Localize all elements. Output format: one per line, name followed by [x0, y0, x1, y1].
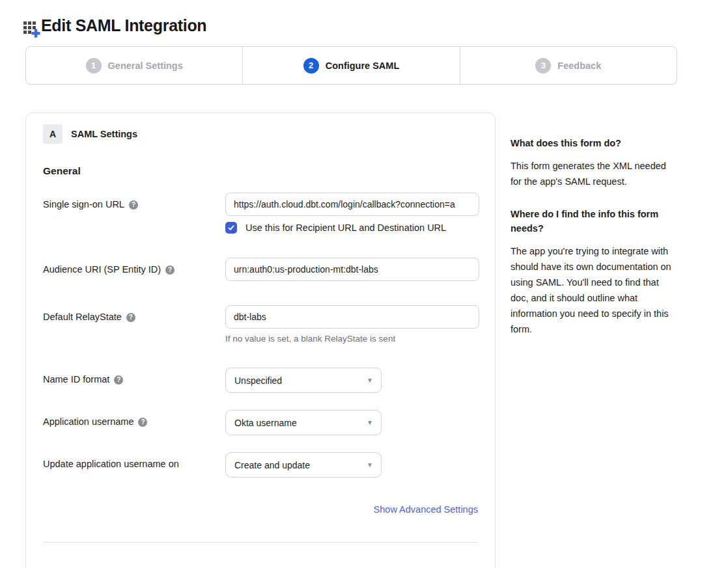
checkmark-icon	[227, 224, 235, 232]
sso-url-label-col: Single sign-on URL?	[43, 193, 225, 210]
app-username-label-col: Application username?	[43, 410, 225, 427]
step-number-badge: 1	[86, 58, 102, 74]
step-label: Feedback	[557, 61, 601, 71]
name-id-format-select[interactable]: Unspecified ▼	[225, 368, 382, 393]
wizard-stepper: 1 General Settings 2 Configure SAML 3 Fe…	[25, 46, 677, 85]
section-divider	[43, 542, 478, 543]
general-heading: General	[43, 165, 478, 177]
help-body-where: The app you're trying to integrate with …	[511, 243, 679, 337]
step-number-badge: 2	[303, 58, 319, 74]
audience-uri-help-icon[interactable]: ?	[165, 265, 175, 275]
name-id-format-value: Unspecified	[234, 375, 282, 386]
edit-saml-integration-page: Edit SAML Integration 1 General Settings…	[0, 0, 728, 568]
relay-state-input[interactable]	[225, 305, 479, 329]
recipient-url-checkbox-label: Use this for Recipient URL and Destinati…	[245, 223, 446, 233]
app-grid-plus-icon	[23, 18, 40, 38]
sso-url-help-icon[interactable]: ?	[129, 200, 138, 210]
audience-uri-label-col: Audience URI (SP Entity ID)?	[43, 258, 225, 275]
chevron-down-icon: ▼	[367, 419, 373, 426]
name-id-format-label-col: Name ID format?	[43, 368, 225, 385]
show-advanced-settings-link[interactable]: Show Advanced Settings	[374, 504, 478, 515]
saml-settings-card: A SAML Settings General Single sign-on U…	[25, 113, 496, 568]
saml-settings-section-header: A SAML Settings	[43, 124, 478, 144]
page-header: Edit SAML Integration	[23, 14, 728, 38]
sso-url-row: Single sign-on URL? Use this for Recipie…	[43, 193, 478, 234]
sso-checkbox-row: Use this for Recipient URL and Destinati…	[225, 222, 479, 234]
step-feedback[interactable]: 3 Feedback	[460, 47, 677, 84]
relay-state-row: Default RelayState? If no value is set, …	[43, 305, 478, 344]
app-username-label: Application username	[43, 416, 133, 427]
audience-uri-row: Audience URI (SP Entity ID)?	[43, 258, 478, 281]
section-title: SAML Settings	[71, 129, 137, 139]
app-username-row: Application username? Okta username ▼	[43, 410, 478, 435]
chevron-down-icon: ▼	[367, 377, 373, 384]
audience-uri-input[interactable]	[225, 258, 479, 281]
name-id-format-label: Name ID format	[43, 374, 109, 385]
update-app-username-row: Update application username on Create an…	[43, 452, 478, 478]
help-heading-where: Where do I find the info this form needs…	[511, 207, 679, 236]
recipient-url-checkbox[interactable]	[225, 222, 237, 234]
update-app-username-select[interactable]: Create and update ▼	[225, 452, 382, 478]
relay-state-helper-text: If no value is set, a blank RelayState i…	[225, 334, 479, 344]
step-number-badge: 3	[535, 58, 551, 74]
app-username-help-icon[interactable]: ?	[138, 418, 147, 427]
step-general-settings[interactable]: 1 General Settings	[26, 47, 242, 84]
relay-state-label-col: Default RelayState?	[43, 305, 225, 323]
update-app-username-label-col: Update application username on	[43, 452, 225, 470]
page-title: Edit SAML Integration	[41, 14, 206, 36]
help-body-what: This form generates the XML needed for t…	[511, 158, 679, 189]
step-label: Configure SAML	[326, 61, 400, 71]
app-username-value: Okta username	[234, 418, 297, 428]
step-configure-saml[interactable]: 2 Configure SAML	[242, 47, 459, 84]
step-label: General Settings	[108, 61, 183, 71]
audience-uri-label: Audience URI (SP Entity ID)	[43, 264, 161, 275]
update-app-username-value: Create and update	[234, 460, 310, 470]
sso-url-label: Single sign-on URL	[43, 199, 124, 210]
help-panel: What does this form do? This form genera…	[511, 113, 679, 355]
chevron-down-icon: ▼	[367, 461, 373, 468]
app-username-select[interactable]: Okta username ▼	[225, 410, 382, 435]
section-a-badge: A	[43, 124, 63, 144]
relay-state-help-icon[interactable]: ?	[126, 313, 135, 322]
relay-state-label: Default RelayState	[43, 312, 122, 322]
name-id-format-help-icon[interactable]: ?	[114, 375, 123, 385]
help-heading-what: What does this form do?	[511, 136, 679, 150]
update-app-username-label: Update application username on	[43, 459, 179, 469]
sso-url-input[interactable]	[225, 193, 479, 216]
name-id-format-row: Name ID format? Unspecified ▼	[43, 368, 478, 393]
